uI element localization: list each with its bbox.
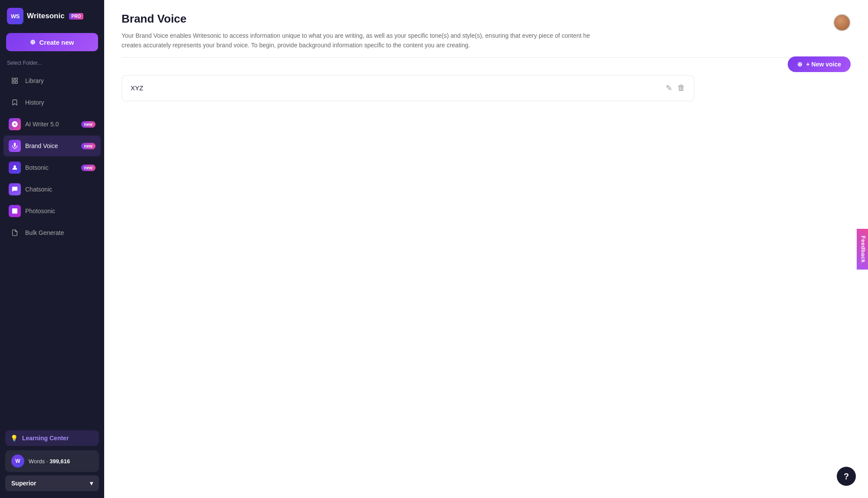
- sidebar-item-label: Chatsonic: [25, 186, 52, 193]
- history-icon: [9, 96, 21, 109]
- sidebar-item-label: Library: [25, 77, 44, 84]
- ai-writer-icon: [9, 118, 21, 130]
- sidebar-item-bulk-generate[interactable]: Bulk Generate: [3, 222, 101, 243]
- learning-center-button[interactable]: 💡 Learning Center: [5, 430, 99, 446]
- header-right: [833, 12, 851, 31]
- words-card: W Words · 399,616: [5, 450, 99, 472]
- quality-dropdown[interactable]: Superior ▾: [5, 475, 99, 491]
- chevron-down-icon: ▾: [90, 480, 93, 487]
- sidebar-item-library[interactable]: Library: [3, 70, 101, 91]
- bulk-generate-icon: [9, 227, 21, 239]
- new-badge: new: [81, 165, 95, 171]
- select-folder-label: Select Folder...: [0, 58, 104, 70]
- main-header: Brand Voice Your Brand Voice enables Wri…: [104, 0, 868, 57]
- brand-voice-icon: [9, 140, 21, 152]
- svg-rect-0: [12, 78, 14, 80]
- plus-icon: ⊕: [797, 61, 802, 68]
- sidebar-item-label: Brand Voice: [25, 142, 58, 149]
- page-title-section: Brand Voice Your Brand Voice enables Wri…: [122, 12, 833, 50]
- app-name: Writesonic: [27, 12, 65, 20]
- sidebar-item-label: Botsonic: [25, 164, 49, 171]
- sidebar: WS Writesonic PRO ⊕ Create new Select Fo…: [0, 0, 104, 498]
- botsonic-icon: [9, 162, 21, 174]
- sidebar-item-photosonic[interactable]: Photosonic: [3, 201, 101, 221]
- page-title: Brand Voice: [122, 12, 833, 26]
- sidebar-item-ai-writer[interactable]: AI Writer 5.0 new: [3, 114, 101, 135]
- new-badge: new: [81, 121, 95, 128]
- sidebar-item-label: Bulk Generate: [25, 229, 64, 236]
- words-avatar: W: [11, 455, 24, 468]
- sidebar-item-label: AI Writer 5.0: [25, 121, 59, 128]
- feedback-tab[interactable]: Feedback: [856, 228, 868, 269]
- avatar[interactable]: [833, 14, 851, 31]
- logo-icon: WS: [7, 8, 23, 24]
- create-new-button[interactable]: ⊕ Create new: [6, 33, 98, 51]
- voice-card: XYZ ✎ 🗑: [122, 75, 694, 101]
- help-button[interactable]: ?: [837, 467, 856, 486]
- svg-rect-3: [12, 81, 14, 83]
- svg-point-4: [13, 165, 16, 168]
- chatsonic-icon: [9, 183, 21, 195]
- new-badge: new: [81, 143, 95, 149]
- svg-point-6: [13, 210, 14, 211]
- main-content: Brand Voice Your Brand Voice enables Wri…: [104, 0, 868, 498]
- divider: [122, 57, 851, 58]
- delete-icon[interactable]: 🗑: [677, 83, 685, 92]
- plus-icon: ⊕: [30, 38, 36, 46]
- voice-cards-area: XYZ ✎ 🗑: [104, 66, 868, 114]
- edit-icon[interactable]: ✎: [666, 83, 672, 93]
- svg-rect-1: [15, 78, 17, 80]
- logo-area: WS Writesonic PRO: [0, 0, 104, 30]
- sidebar-item-chatsonic[interactable]: Chatsonic: [3, 179, 101, 200]
- sidebar-nav: Library History AI Writer 5.0 new Brand …: [0, 70, 104, 425]
- svg-rect-2: [15, 81, 17, 83]
- photosonic-icon: [9, 205, 21, 217]
- voice-card-name: XYZ: [131, 84, 143, 92]
- page-description: Your Brand Voice enables Writesonic to a…: [122, 31, 599, 50]
- voice-card-actions: ✎ 🗑: [666, 83, 685, 93]
- sidebar-item-brand-voice[interactable]: Brand Voice new: [3, 135, 101, 156]
- library-icon: [9, 75, 21, 87]
- sidebar-item-botsonic[interactable]: Botsonic new: [3, 157, 101, 178]
- pro-badge: PRO: [69, 13, 84, 20]
- sidebar-item-label: History: [25, 99, 44, 106]
- sidebar-item-history[interactable]: History: [3, 92, 101, 113]
- new-voice-button[interactable]: ⊕ + New voice: [788, 56, 851, 72]
- sidebar-bottom: 💡 Learning Center W Words · 399,616 Supe…: [0, 425, 104, 498]
- words-label: Words · 399,616: [29, 458, 70, 465]
- words-info: Words · 399,616: [29, 457, 70, 465]
- sidebar-item-label: Photosonic: [25, 208, 55, 214]
- learning-center-icon: 💡: [10, 435, 18, 442]
